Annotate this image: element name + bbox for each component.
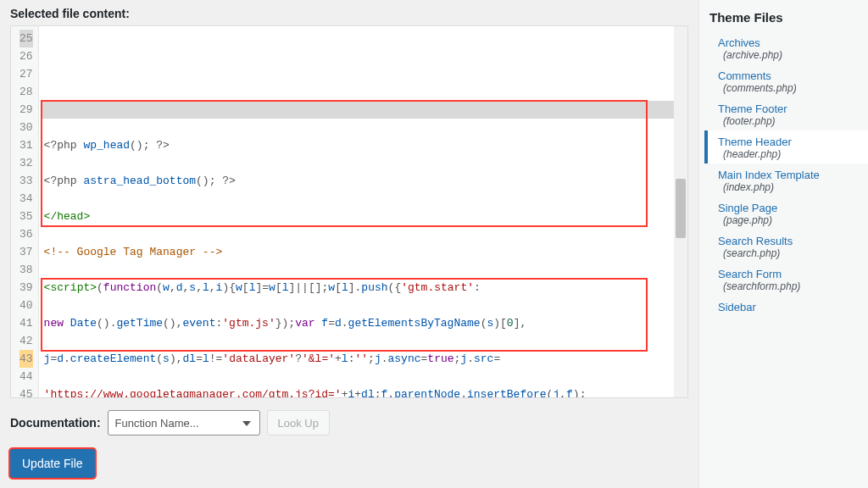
code-line[interactable]: <?php wp_head(); ?> — [42, 136, 687, 154]
code-line[interactable]: <?php astra_head_bottom(); ?> — [42, 172, 687, 190]
function-name-select[interactable]: Function Name... — [108, 410, 260, 435]
theme-file-item[interactable]: Archives(archive.php) — [704, 31, 868, 64]
lookup-button[interactable]: Look Up — [267, 410, 330, 435]
theme-file-list: Archives(archive.php)Comments(comments.p… — [704, 31, 868, 317]
theme-file-item[interactable]: Search Form(searchform.php) — [704, 263, 868, 296]
editor-panel: Selected file content: 25262728293031323… — [0, 0, 698, 488]
theme-file-meta: (archive.php) — [723, 49, 860, 61]
code-line[interactable]: new Date().getTime(),event:'gtm.js'});va… — [42, 314, 687, 332]
theme-file-name: Main Index Template — [718, 169, 860, 181]
theme-file-name: Sidebar — [718, 301, 860, 313]
theme-file-name: Comments — [718, 69, 860, 82]
vertical-scrollbar[interactable] — [674, 26, 687, 397]
editor-title: Selected file content: — [10, 7, 688, 20]
theme-file-meta: (index.php) — [723, 181, 860, 193]
theme-files-title: Theme Files — [704, 7, 868, 31]
theme-file-name: Archives — [718, 36, 860, 49]
theme-file-item[interactable]: Theme Header(header.php) — [704, 130, 868, 164]
documentation-label: Documentation: — [10, 416, 101, 430]
theme-file-item[interactable]: Sidebar — [704, 296, 868, 317]
theme-file-name: Search Form — [718, 268, 860, 280]
theme-file-name: Single Page — [718, 202, 860, 214]
code-line[interactable] — [42, 101, 687, 119]
theme-file-meta: (searchform.php) — [723, 280, 860, 292]
documentation-row: Documentation: Function Name... Look Up — [10, 410, 688, 435]
update-file-button[interactable]: Update File — [10, 449, 95, 478]
theme-file-item[interactable]: Theme Footer(footer.php) — [704, 97, 868, 130]
update-row: Update File — [10, 449, 688, 478]
code-line[interactable]: <script>(function(w,d,s,l,i){w[l]=w[l]||… — [42, 279, 687, 297]
code-line[interactable]: j=d.createElement(s),dl=l!='dataLayer'?'… — [42, 350, 687, 368]
function-name-placeholder: Function Name... — [115, 417, 199, 430]
theme-file-meta: (footer.php) — [723, 115, 860, 127]
theme-file-meta: (page.php) — [723, 214, 860, 226]
code-area[interactable]: <?php wp_head(); ?> <?php astra_head_bot… — [39, 26, 687, 397]
code-line[interactable]: </head> — [42, 208, 687, 225]
theme-file-meta: (comments.php) — [723, 82, 860, 94]
line-number-gutter: 2526272829303132333435363738394041424344… — [11, 26, 39, 397]
code-line[interactable]: <!-- Google Tag Manager --> — [42, 243, 687, 261]
theme-file-item[interactable]: Comments(comments.php) — [704, 64, 868, 97]
code-editor[interactable]: 2526272829303132333435363738394041424344… — [10, 25, 688, 398]
theme-file-item[interactable]: Main Index Template(index.php) — [704, 164, 868, 197]
theme-file-name: Search Results — [718, 235, 860, 247]
theme-file-item[interactable]: Search Results(search.php) — [704, 230, 868, 263]
scrollbar-thumb[interactable] — [676, 179, 686, 238]
theme-file-meta: (search.php) — [723, 247, 860, 259]
app-container: Selected file content: 25262728293031323… — [0, 0, 868, 488]
theme-file-name: Theme Footer — [718, 103, 860, 115]
theme-file-item[interactable]: Single Page(page.php) — [704, 197, 868, 230]
theme-files-panel: Theme Files Archives(archive.php)Comment… — [698, 0, 868, 488]
code-line[interactable]: 'https://www.googletagmanager.com/gtm.js… — [42, 385, 687, 397]
theme-file-meta: (header.php) — [723, 148, 860, 160]
theme-file-name: Theme Header — [718, 136, 860, 148]
